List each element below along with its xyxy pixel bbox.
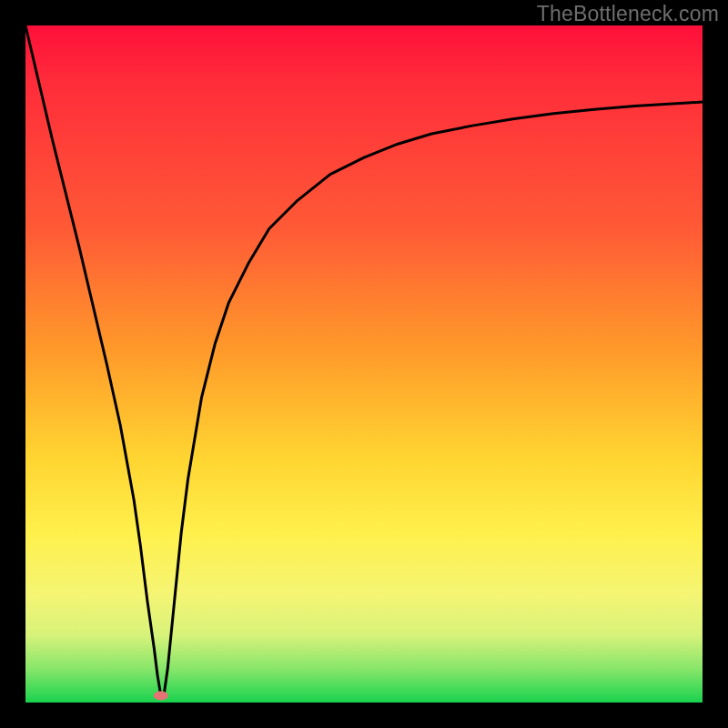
min-point-marker <box>154 692 168 701</box>
plot-area <box>25 25 703 703</box>
chart-stage: TheBottleneck.com <box>0 0 728 728</box>
watermark-text: TheBottleneck.com <box>537 2 719 26</box>
bottleneck-curve <box>25 25 703 703</box>
